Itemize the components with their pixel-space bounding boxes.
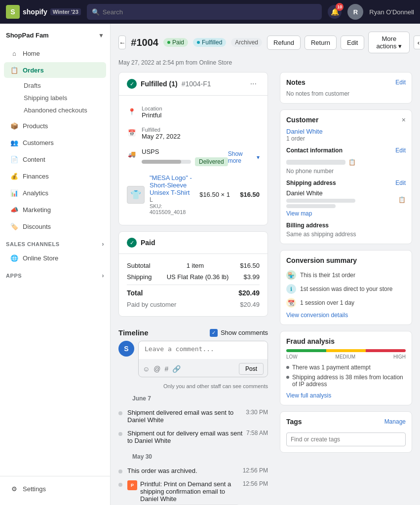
contact-info-edit[interactable]: Edit (395, 147, 406, 154)
payment-card-body: Subtotal 1 item $16.50 Shipping US Flat … (119, 254, 267, 316)
fulfilled-badge-dot (197, 41, 200, 44)
sidebar-item-online-store[interactable]: 🌐 Online Store (4, 250, 106, 266)
comment-input-area[interactable]: ☺ @ # 🔗 Post (138, 341, 268, 377)
truck-icon: 🚚 (127, 149, 137, 159)
fraud-text-1: There was 1 payment attempt (292, 364, 371, 371)
sidebar-item-finances[interactable]: 💰 Finances (4, 168, 106, 184)
timeline-header: Timeline ✓ Show comments (118, 323, 268, 341)
sidebar-item-customers[interactable]: 👥 Customers (4, 135, 106, 150)
notes-edit-button[interactable]: Edit (395, 79, 406, 86)
timeline-dot-2 (118, 432, 122, 436)
timeline-text-4: Printful: Print on Demand sent a shippin… (140, 480, 243, 503)
return-button[interactable]: Return (305, 36, 337, 50)
view-map-link[interactable]: View map (286, 210, 312, 217)
tags-manage-button[interactable]: Manage (384, 418, 406, 425)
copy-address-icon[interactable]: 📋 (398, 196, 406, 203)
sidebar-item-analytics[interactable]: 📊 Analytics (4, 185, 106, 201)
show-comments-checkbox[interactable]: ✓ (210, 329, 218, 337)
refund-button[interactable]: Refund (267, 36, 301, 50)
customer-close-button[interactable]: × (402, 116, 406, 124)
payment-card-header: ✓ Paid (119, 232, 267, 254)
back-button[interactable]: ← (118, 36, 126, 49)
tracking-progress-fill (142, 160, 181, 164)
comment-note: Only you and other staff can see comment… (118, 383, 268, 389)
view-conversion-details-link[interactable]: View conversion details (286, 312, 406, 319)
comment-box: S ☺ @ # 🔗 Post (118, 341, 268, 377)
attachment-icon[interactable]: 🔗 (172, 365, 181, 373)
store-selector[interactable]: ShopPad Fam ▼ (0, 28, 110, 43)
tags-input[interactable] (286, 433, 406, 446)
avatar[interactable]: R (347, 4, 363, 20)
sidebar-item-products-label: Products (23, 122, 48, 130)
conversion-card: Conversion summary 🏪 This is their 1st o… (280, 250, 412, 325)
sales-channels-label: Sales channels (6, 241, 60, 247)
shipping-address-details: Daniel White (286, 189, 355, 210)
fraud-text-2: Shipping address is 38 miles from locati… (292, 374, 406, 388)
sidebar-sub-shipping-labels[interactable]: Shipping labels (18, 92, 110, 104)
show-more-button[interactable]: Show more ▾ (228, 150, 260, 164)
timeline-time-3: 12:56 PM (243, 467, 268, 474)
show-more-chevron-icon: ▾ (257, 154, 260, 161)
product-link[interactable]: "MESA Logo" - Short-Sleeve Unisex T-Shir… (150, 174, 192, 196)
customer-card-header: Customer × (286, 116, 406, 124)
view-full-analysis-link[interactable]: View full analysis (286, 392, 406, 399)
fulfillment-more-button[interactable]: ··· (247, 78, 260, 89)
fulfillment-title-text: Fulfilled (1) (141, 80, 178, 88)
settings-icon: ⚙ (10, 484, 19, 493)
location-value: Printful (142, 111, 162, 119)
hashtag-icon[interactable]: # (165, 365, 169, 373)
post-button[interactable]: Post (239, 363, 264, 375)
product-image: 👕 (127, 186, 145, 204)
timeline-title: Timeline (118, 328, 149, 337)
copy-icon[interactable]: 📋 (348, 159, 356, 166)
timeline-time-2: 7:58 AM (246, 430, 268, 444)
mention-icon[interactable]: @ (153, 365, 160, 373)
total-amount: $20.49 (238, 289, 260, 297)
timeline-text-3: This order was archived. (127, 467, 243, 474)
shipping-edit[interactable]: Edit (395, 180, 406, 186)
fraud-bar-medium (326, 349, 366, 352)
sidebar-sub-abandoned[interactable]: Abandoned checkouts (18, 104, 110, 116)
conversion-item-2: ℹ 1st session was direct to your store (286, 282, 406, 296)
sidebar-item-orders[interactable]: 📋 Orders (4, 62, 106, 78)
sidebar-item-home-label: Home (23, 50, 40, 57)
notification-bell[interactable]: 🔔 10 (328, 5, 342, 19)
sidebar-item-products[interactable]: 📦 Products (4, 118, 106, 134)
sidebar-item-discounts[interactable]: 🏷️ Discounts (4, 218, 106, 234)
timeline-time-1: 3:30 PM (246, 409, 268, 416)
customer-name[interactable]: Daniel White (286, 128, 406, 135)
comment-input[interactable] (139, 341, 267, 359)
tags-card: Tags Manage (280, 411, 412, 453)
search-bar[interactable]: 🔍 (87, 4, 322, 20)
show-comments-toggle[interactable]: ✓ Show comments (210, 329, 268, 337)
contact-info-header: Contact information Edit (286, 147, 406, 154)
billing-address-section: Billing address Same as shipping address (286, 222, 406, 238)
search-input[interactable] (103, 8, 317, 16)
edit-button[interactable]: Edit (341, 36, 364, 50)
marketing-icon: 📣 (10, 205, 19, 214)
layout: ShopPad Fam ▼ ⌂ Home 📋 Orders Drafts Shi… (0, 24, 420, 505)
sidebar-item-content[interactable]: 📄 Content (4, 151, 106, 167)
sidebar-item-marketing[interactable]: 📣 Marketing (4, 202, 106, 217)
user-name[interactable]: Ryan O'Donnell (369, 8, 414, 16)
payment-title: Paid (141, 239, 155, 247)
product-image-placeholder: 👕 (130, 189, 141, 200)
order-number: #1004 (131, 37, 158, 48)
order-date: May 27, 2022 at 2:54 pm from Online Stor… (118, 59, 412, 66)
subtotal-amount: $16.50 (240, 262, 260, 269)
paid-row: Paid by customer $20.49 (127, 299, 260, 310)
product-variant: L (150, 196, 194, 203)
main-columns: ✓ Fulfilled (1) #1004-F1 ··· 📍 L (118, 72, 412, 505)
show-more-label: Show more (228, 150, 256, 164)
prev-order-button[interactable]: ‹ (414, 36, 420, 49)
emoji-icon[interactable]: ☺ (143, 365, 150, 373)
sidebar-sub-drafts[interactable]: Drafts (18, 79, 110, 92)
sidebar-item-home[interactable]: ⌂ Home (4, 45, 106, 61)
sidebar-item-finances-label: Finances (23, 173, 49, 180)
topbar-badge: Winter '23 (50, 8, 81, 15)
timeline-date-may30: May 30 (132, 453, 268, 460)
more-actions-button[interactable]: More actions ▾ (368, 32, 410, 53)
archived-badge: Archived (231, 38, 262, 47)
sidebar-item-settings[interactable]: ⚙ Settings (4, 481, 106, 497)
store-dropdown-icon: ▼ (98, 32, 104, 39)
